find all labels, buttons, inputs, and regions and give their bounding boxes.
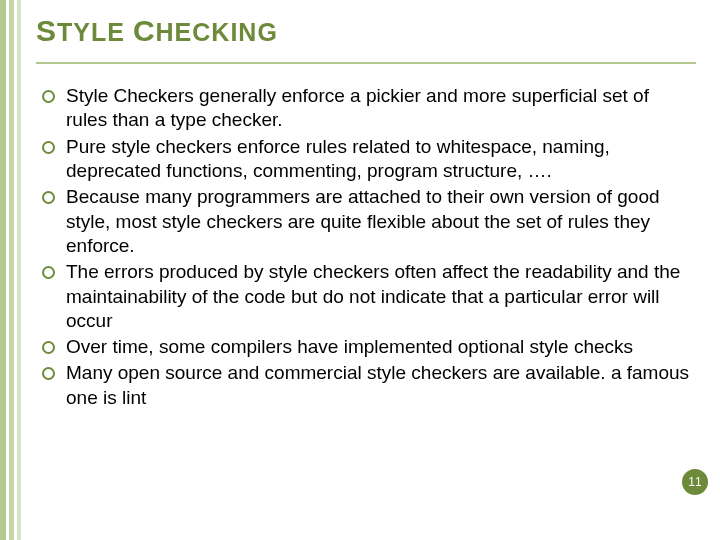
bullet-list: Style Checkers generally enforce a picki… (36, 84, 690, 410)
title-word2-cap: C (133, 14, 156, 47)
title-word1-cap: S (36, 14, 57, 47)
page-number-badge: 11 (682, 469, 708, 495)
list-item: Many open source and commercial style ch… (36, 361, 690, 410)
list-item: Because many programmers are attached to… (36, 185, 690, 258)
list-item: Over time, some compilers have implement… (36, 335, 690, 359)
list-item: Style Checkers generally enforce a picki… (36, 84, 690, 133)
title-underline (36, 62, 696, 64)
accent-bar-3 (17, 0, 21, 540)
title-word1-rest: TYLE (57, 18, 125, 46)
slide-content: STYLE CHECKING Style Checkers generally … (36, 14, 690, 412)
title-word2-rest: HECKING (156, 18, 278, 46)
page-number: 11 (688, 475, 701, 489)
list-item: Pure style checkers enforce rules relate… (36, 135, 690, 184)
slide-title: STYLE CHECKING (36, 14, 690, 48)
list-item: The errors produced by style checkers of… (36, 260, 690, 333)
left-accent-bars (0, 0, 26, 540)
